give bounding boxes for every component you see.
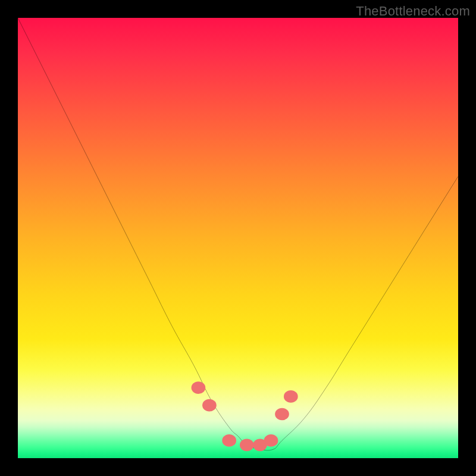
marker-dot xyxy=(284,390,298,403)
chart-frame: TheBottleneck.com xyxy=(0,0,476,476)
marker-dot xyxy=(275,408,289,421)
marker-dot xyxy=(264,434,278,447)
bottleneck-curve xyxy=(18,18,458,450)
watermark-text: TheBottleneck.com xyxy=(356,4,470,19)
marker-dot xyxy=(222,434,236,447)
chart-overlay-svg xyxy=(18,18,458,458)
marker-dot xyxy=(192,381,206,394)
chart-plot-area xyxy=(18,18,458,458)
marker-dot xyxy=(202,399,217,412)
marker-dot xyxy=(240,439,254,451)
marker-dot xyxy=(253,439,267,451)
highlighted-points xyxy=(192,381,298,451)
